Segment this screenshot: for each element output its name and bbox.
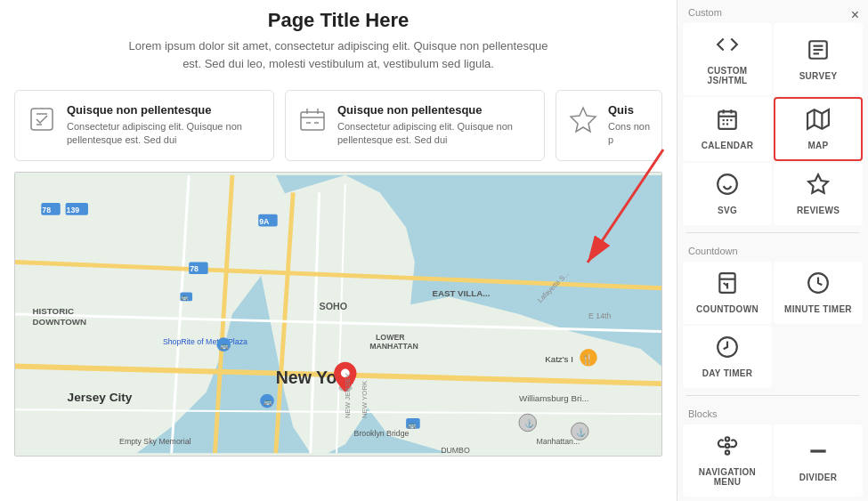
map-icon [807,108,830,136]
cards-row: Quisque non pellentesque Consectetur adi… [0,79,677,172]
svg-point-97 [726,437,729,440]
svg-text:DOWNTOWN: DOWNTOWN [33,316,86,326]
blocks-items-grid: NAVIGATION MENU DIVIDER [677,423,868,498]
card-3-text: Quis Cons non p [608,103,651,148]
svg-text:LOWER: LOWER [376,333,405,342]
svg-text:⚓: ⚓ [576,426,586,437]
card-2-icon [296,103,329,135]
divider-2 [686,395,859,396]
svg-point-86 [718,174,737,194]
countdown-icon [716,271,739,300]
card-3-icon [567,103,599,135]
calendar-icon [716,108,739,136]
svg-text:EAST VILLA...: EAST VILLA... [432,288,490,298]
page-subtitle: Lorem ipsum dolor sit amet, consectetur … [125,37,552,72]
svg-text:🚌: 🚌 [181,293,189,301]
svg-text:139: 139 [67,206,80,214]
svg-text:🚌: 🚌 [220,341,229,350]
map-container: HISTORIC DOWNTOWN Jersey City New York L… [14,172,662,457]
sidebar-item-label-map: MAP [807,141,828,150]
svg-text:🚌: 🚌 [408,420,417,429]
svg-point-98 [726,450,729,454]
svg-text:Brooklyn Bridge: Brooklyn Bridge [354,428,410,437]
sidebar-item-label-minute-timer: MINUTE TIMER [784,304,852,314]
svg-icon [716,173,739,201]
reviews-icon [807,173,830,201]
sidebar-item-svg[interactable]: SVG [683,163,772,225]
sidebar-item-countdown[interactable]: COUNTDOWN [683,262,772,324]
svg-text:78: 78 [190,264,199,273]
sidebar-item-map[interactable]: MAP [774,97,863,161]
sidebar-item-label-calendar: CALENDAR [702,141,754,150]
sidebar-item-label-survey: SURVEY [799,71,838,81]
svg-text:ShopRite of Metro Plaza: ShopRite of Metro Plaza [163,337,247,346]
map-visual: HISTORIC DOWNTOWN Jersey City New York L… [15,173,661,456]
svg-text:🍴: 🍴 [581,352,594,364]
sidebar-item-label-countdown: COUNTDOWN [696,304,758,314]
sidebar-item-divider[interactable]: DIVIDER [774,424,863,497]
svg-text:DUMBO: DUMBO [441,446,470,455]
svg-marker-89 [808,174,828,193]
svg-text:Empty Sky Memorial: Empty Sky Memorial [119,437,191,446]
svg-text:MANHATTAN: MANHATTAN [369,342,418,351]
survey-icon [807,38,830,67]
countdown-section-label: Countdown [677,238,868,260]
svg-text:Katz's I: Katz's I [545,353,573,363]
custom-section-label: Custom [677,0,868,21]
card-2-text: Quisque non pellentesque Consectetur adi… [337,103,533,148]
close-button[interactable]: × [851,7,859,23]
svg-text:🚌: 🚌 [264,397,272,406]
sidebar-item-calendar[interactable]: CALENDAR [683,97,772,161]
card-1-text: Quisque non pellentesque Consectetur adi… [67,103,263,148]
sidebar-item-label-day-timer: DAY TIMER [702,368,753,378]
sidebar-item-label-custom-js-html: CUSTOM JS/HTML [687,66,767,85]
sidebar-item-day-timer[interactable]: DAY TIMER [683,326,772,388]
card-1-desc: Consectetur adipiscing elit. Quisque non… [67,120,263,148]
card-2: Quisque non pellentesque Consectetur adi… [285,90,545,161]
svg-marker-9 [571,108,596,132]
svg-text:Jersey City: Jersey City [68,390,133,403]
sidebar: × Custom CUSTOM JS/HTML SU [677,0,868,501]
svg-rect-0 [31,109,53,130]
card-1-icon [26,103,58,135]
svg-text:SOHO: SOHO [320,301,348,311]
navigation-menu-icon [716,434,739,463]
svg-text:78: 78 [42,206,51,214]
minute-timer-icon [807,271,830,300]
card-1: Quisque non pellentesque Consectetur adi… [14,90,274,161]
svg-text:NEW JERSEY: NEW JERSEY [344,372,352,417]
divider-1 [686,232,859,233]
card-3-desc: Cons non p [608,120,651,148]
svg-text:9A: 9A [259,216,270,225]
sidebar-item-custom-js-html[interactable]: CUSTOM JS/HTML [683,23,772,95]
sidebar-item-label-divider: DIVIDER [799,473,838,482]
divider-icon [807,440,830,468]
page-title: Page Title Here [18,9,659,32]
sidebar-item-survey[interactable]: SURVEY [774,23,863,95]
svg-text:Williamsburg Bri...: Williamsburg Bri... [519,392,589,402]
svg-text:NEW YORK: NEW YORK [361,380,369,418]
sidebar-item-navigation-menu[interactable]: NAVIGATION MENU [683,424,772,497]
card-1-title: Quisque non pellentesque [67,103,263,117]
svg-point-96 [726,444,729,448]
blocks-section-label: Blocks [677,401,868,423]
svg-marker-83 [807,109,829,129]
code-icon [716,33,739,61]
sidebar-item-label-svg: SVG [718,206,737,215]
card-3: Quis Cons non p [556,90,662,161]
svg-rect-3 [301,112,324,130]
svg-text:HISTORIC: HISTORIC [33,306,74,316]
svg-text:⚓: ⚓ [524,418,534,429]
svg-text:Manhattan...: Manhattan... [536,437,580,446]
sidebar-item-label-navigation-menu: NAVIGATION MENU [687,467,767,487]
sidebar-item-minute-timer[interactable]: MINUTE TIMER [774,262,863,324]
day-timer-icon [716,335,739,364]
svg-text:E 14th: E 14th [588,311,611,320]
page-header: Page Title Here Lorem ipsum dolor sit am… [0,0,677,79]
card-2-title: Quisque non pellentesque [337,103,533,117]
main-content: Page Title Here Lorem ipsum dolor sit am… [0,0,677,501]
countdown-items-grid: COUNTDOWN MINUTE TIMER DAY TIMER [677,260,868,390]
card-3-title: Quis [608,103,651,117]
card-2-desc: Consectetur adipiscing elit. Quisque non… [337,120,533,148]
sidebar-item-reviews[interactable]: REVIEWS [774,163,863,225]
